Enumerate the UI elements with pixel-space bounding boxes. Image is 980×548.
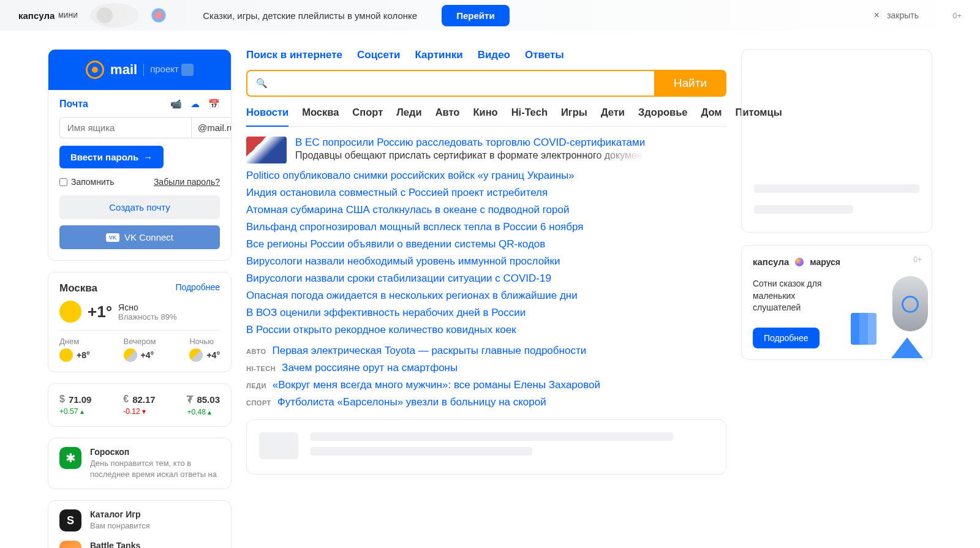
at-icon (86, 61, 104, 79)
weather-more-link[interactable]: Подробнее (175, 282, 220, 295)
news-category-tabs: НовостиМоскваСпортЛедиАвтоКиноHi-TechИгр… (246, 107, 726, 127)
currency-value: 71.09 (69, 394, 92, 405)
news-link[interactable]: Атомная субмарина США столкнулась в океа… (246, 204, 726, 216)
horoscope-desc: День понравится тем, кто в последнее вре… (90, 458, 220, 480)
kapsula-more-button[interactable]: Подробнее (753, 328, 820, 348)
promo-close-button[interactable]: × закрыть (874, 10, 919, 21)
news-tab[interactable]: Кино (473, 107, 497, 126)
news-tab[interactable]: Авто (435, 107, 460, 126)
weather-city: Москва (59, 282, 97, 295)
news-tab[interactable]: Дети (601, 107, 625, 126)
news-link[interactable]: В России открыто рекордное количество ко… (246, 324, 726, 336)
promo-text: Сказки, игры, детские плейлисты в умной … (203, 10, 417, 21)
news-link[interactable]: В ВОЗ оценили эффективность нерабочих дн… (246, 307, 726, 319)
news-link[interactable]: Индия остановила совместный с Россией пр… (246, 187, 726, 199)
horoscope-icon (59, 447, 81, 469)
news-lead-title[interactable]: В ЕС попросили Россию расследовать торго… (295, 137, 645, 149)
loading-skeleton (246, 419, 726, 475)
news-lead-item[interactable]: В ЕС попросили Россию расследовать торго… (246, 137, 726, 163)
promo-close-label: закрыть (887, 10, 919, 20)
news-tab[interactable]: Здоровье (638, 107, 688, 126)
kapsula-promo-card[interactable]: капсула маруся 0+ Сотни сказок для мален… (741, 245, 932, 360)
ad-placeholder (741, 49, 932, 233)
remember-checkbox[interactable]: Запомнить (59, 177, 115, 187)
currency-delta: -0.12 ▾ (123, 407, 146, 416)
news-tab[interactable]: Новости (246, 107, 288, 127)
logo-header[interactable]: mail проект (48, 50, 231, 90)
games-catalog-card[interactable]: S Каталог Игр Вам понравится Battle Tank… (48, 500, 232, 548)
currency-value: 82.17 (132, 394, 156, 405)
currency-value: 85.03 (197, 394, 220, 405)
vk-connect-button[interactable]: VKVK Connect (59, 225, 220, 249)
news-link[interactable]: Вирусологи назвали сроки стабилизации си… (246, 272, 726, 285)
forgot-password-link[interactable]: Забыли пароль? (154, 177, 220, 187)
news-tab[interactable]: Hi-Tech (511, 107, 548, 126)
currency-item[interactable]: $71.09+0.57 ▴ (59, 394, 91, 416)
search-tab[interactable]: Картинки (415, 49, 462, 61)
moon-icon (124, 348, 137, 362)
weather-part-label: Ночью (189, 337, 220, 346)
news-tab[interactable]: Спорт (352, 107, 383, 126)
video-icon[interactable]: 📹 (170, 99, 182, 110)
horoscope-title: Гороскоп (90, 447, 220, 457)
weather-condition: Ясно (118, 302, 176, 312)
promo-brand-sub: МИНИ (58, 12, 78, 19)
weather-part-label: Днем (59, 337, 90, 346)
news-link[interactable]: Опасная погода ожидается в нескольких ре… (246, 290, 726, 302)
search-input[interactable] (274, 78, 646, 89)
cloud-icon[interactable]: ☁ (190, 99, 200, 110)
burst-icon (151, 8, 166, 23)
weather-part: Вечером+4° (124, 337, 156, 362)
currency-delta: +0.57 ▴ (59, 407, 84, 416)
promo-age-label: 0+ (952, 11, 962, 20)
category-news-row: СПОРТФутболиста «Барселоны» увезли в бол… (246, 396, 726, 408)
mail-card: mail проект Почта 📹 ☁ 📅 @mail.ru В (48, 49, 232, 261)
news-link[interactable]: Вильфанд спрогнозировал мощный всплеск т… (246, 221, 726, 233)
news-link[interactable]: Все регионы России объявили о введении с… (246, 238, 726, 250)
search-category-tabs: Поиск в интернетеСоцсетиКартинкиВидеоОтв… (246, 49, 726, 61)
currency-symbol: € (123, 394, 129, 405)
news-link[interactable]: Politico опубликовало снимки российских … (246, 170, 726, 182)
search-tab[interactable]: Видео (478, 49, 510, 61)
search-tab[interactable]: Соцсети (357, 49, 400, 61)
weather-humidity: Влажность 89% (118, 312, 176, 321)
promo-brand: капсула (18, 10, 55, 21)
news-category-label: ЛЕДИ (246, 382, 266, 389)
battle-tanks-icon (59, 541, 81, 548)
news-tab[interactable]: Дом (701, 107, 722, 126)
currency-card[interactable]: $71.09+0.57 ▴€82.17-0.12 ▾₮85.03+0.48 ▴ (48, 383, 232, 427)
enter-password-button[interactable]: Ввести пароль (59, 146, 164, 168)
search-tab[interactable]: Ответы (525, 49, 564, 61)
news-link[interactable]: Зачем россияне орут на смартфоны (282, 362, 458, 374)
news-tab[interactable]: Москва (302, 107, 339, 126)
logo-project-text: проект (150, 64, 194, 76)
search-tab[interactable]: Поиск в интернете (246, 49, 342, 61)
games-title: Каталог Игр (90, 509, 150, 519)
sun-icon (59, 301, 81, 323)
search-icon: 🔍 (256, 78, 268, 89)
search-button[interactable]: Найти (654, 70, 726, 97)
currency-item[interactable]: €82.17-0.12 ▾ (123, 394, 155, 416)
calendar-icon[interactable]: 📅 (208, 99, 220, 110)
games-desc: Вам понравится (90, 520, 150, 531)
speaker-image (90, 3, 139, 28)
horoscope-card[interactable]: Гороскоп День понравится тем, кто в посл… (48, 438, 232, 489)
news-tab[interactable]: Леди (396, 107, 421, 126)
news-category-label: СПОРТ (246, 399, 271, 407)
news-link[interactable]: «Вокруг меня всегда много мужчин»: все р… (273, 379, 600, 391)
weather-part: Днем+8° (59, 337, 90, 362)
category-news-row: HI-TECHЗачем россияне орут на смартфоны (246, 362, 726, 374)
domain-select[interactable]: @mail.ru (191, 117, 232, 138)
battle-tanks-title: Battle Tanks (90, 541, 140, 548)
promo-go-button[interactable]: Перейти (442, 5, 509, 26)
mailbox-input[interactable] (59, 117, 191, 138)
games-icon: S (59, 509, 81, 531)
weather-part-label: Вечером (124, 337, 156, 346)
news-tab[interactable]: Игры (561, 107, 587, 126)
news-link[interactable]: Первая электрическая Toyota — раскрыты г… (272, 345, 586, 357)
create-mail-button[interactable]: Создать почту (59, 195, 220, 219)
news-link[interactable]: Футболиста «Барселоны» увезли в больницу… (277, 396, 546, 408)
mail-title[interactable]: Почта (59, 99, 88, 110)
news-link[interactable]: Вирусологи назвали необходимый уровень и… (246, 255, 726, 268)
currency-item[interactable]: ₮85.03+0.48 ▴ (187, 394, 220, 416)
